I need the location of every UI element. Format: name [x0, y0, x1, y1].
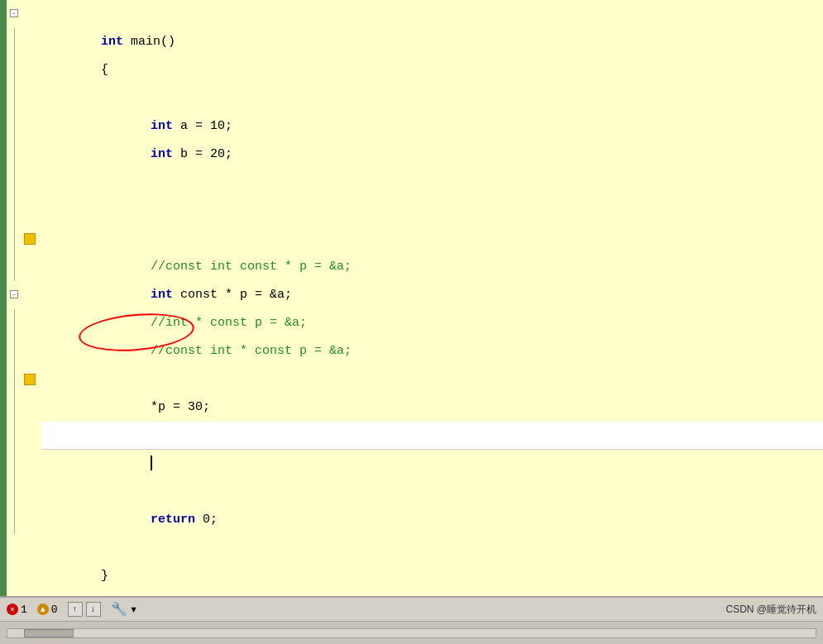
- bp-8: [22, 197, 38, 225]
- error-icon: ✕: [7, 603, 18, 615]
- fold-marker-2: [7, 28, 22, 56]
- warning-count: 0: [51, 603, 58, 616]
- bp-4: [22, 84, 38, 112]
- code-line-2[interactable]: {: [41, 28, 823, 56]
- scrollbar-thumb[interactable]: [24, 629, 74, 637]
- code-line-13[interactable]: [41, 337, 823, 365]
- bp-20: [22, 534, 38, 562]
- fold-marker-19: [7, 506, 22, 534]
- fold-marker-16: [7, 422, 22, 450]
- code-line-5[interactable]: int b = 20;: [41, 112, 823, 141]
- bp-14: [22, 365, 38, 394]
- bp-11: [22, 281, 38, 309]
- status-nav: ↑ ↓: [68, 602, 101, 617]
- code-line-4[interactable]: int a = 10;: [41, 84, 823, 112]
- bp-15: [22, 394, 38, 422]
- fold-column: - -: [7, 0, 22, 596]
- code-line-12[interactable]: //const int * const p = &a;: [41, 309, 823, 337]
- code-line-14[interactable]: *p = 30;: [41, 365, 823, 394]
- code-line-10[interactable]: int const * p = &a;: [41, 253, 823, 281]
- fold-marker-13: [7, 337, 22, 365]
- code-line-6[interactable]: [41, 141, 823, 169]
- fold-marker-8: [7, 197, 22, 225]
- bottom-bar: [0, 621, 823, 644]
- bp-7: [22, 169, 38, 197]
- code-line-20[interactable]: }: [41, 534, 823, 562]
- fold-marker-3: [7, 56, 22, 84]
- breakpoint-yellow-9: [24, 233, 36, 245]
- fold-marker-15: [7, 394, 22, 422]
- error-indicator[interactable]: ✕ 1: [7, 603, 27, 616]
- fold-marker-10: [7, 253, 22, 281]
- fold-marker-20: [7, 534, 22, 562]
- nav-down-button[interactable]: ↓: [86, 602, 101, 617]
- code-lines[interactable]: int main() { int a = 10; int b = 20;: [38, 0, 823, 596]
- bp-6: [22, 141, 38, 169]
- bp-17: [22, 450, 38, 478]
- nav-up-button[interactable]: ↑: [68, 602, 83, 617]
- bp-19: [22, 506, 38, 534]
- bp-9: [22, 225, 38, 253]
- code-container: - -: [0, 0, 823, 596]
- bp-2: [22, 28, 38, 56]
- code-line-16[interactable]: [41, 422, 823, 450]
- fold-marker-4: [7, 84, 22, 112]
- bp-10: [22, 253, 38, 281]
- code-line-18[interactable]: return 0;: [41, 478, 823, 506]
- fold-marker-1[interactable]: -: [7, 0, 22, 28]
- fold-marker-7: [7, 169, 22, 197]
- tools-group[interactable]: 🔧 ▾: [111, 601, 138, 618]
- status-bar: ✕ 1 ▲ 0 ↑ ↓ 🔧 ▾ CSDN @睡觉待开机: [0, 596, 823, 621]
- breakpoint-yellow-14: [24, 374, 36, 385]
- fold-marker-12: [7, 309, 22, 337]
- code-line-3[interactable]: [41, 56, 823, 84]
- fold-box-1[interactable]: -: [10, 9, 18, 17]
- bp-18: [22, 478, 38, 506]
- bp-5: [22, 112, 38, 141]
- breakpoint-column: [22, 0, 38, 596]
- warning-indicator[interactable]: ▲ 0: [37, 603, 58, 616]
- up-arrow-icon: ↑: [73, 605, 78, 614]
- code-line-8[interactable]: [41, 197, 823, 225]
- status-right-label: CSDN @睡觉待开机: [725, 603, 816, 617]
- bp-1: [22, 0, 38, 28]
- error-count: 1: [21, 603, 27, 616]
- code-line-1[interactable]: int main(): [41, 0, 823, 28]
- code-line-9[interactable]: //const int const * p = &a;: [41, 225, 823, 253]
- fold-marker-11[interactable]: -: [7, 281, 22, 309]
- code-text-20: }: [101, 569, 108, 583]
- fold-marker-17: [7, 450, 22, 478]
- down-arrow-icon: ↓: [91, 605, 96, 614]
- bp-12: [22, 309, 38, 337]
- warning-icon: ▲: [37, 603, 49, 615]
- code-line-17[interactable]: [41, 450, 823, 478]
- code-line-19[interactable]: [41, 506, 823, 534]
- fold-marker-18: [7, 478, 22, 506]
- horizontal-scrollbar[interactable]: [7, 628, 816, 638]
- fold-box-11[interactable]: -: [10, 290, 18, 298]
- fold-marker-6: [7, 141, 22, 169]
- editor-area: - -: [0, 0, 823, 596]
- fold-marker-14: [7, 365, 22, 394]
- code-line-15[interactable]: p = &b;: [41, 394, 823, 422]
- wrench-icon: 🔧: [111, 601, 127, 618]
- tools-dropdown-arrow[interactable]: ▾: [130, 601, 138, 618]
- bp-16: [22, 422, 38, 450]
- bp-3: [22, 56, 38, 84]
- code-line-11[interactable]: //int * const p = &a;: [41, 281, 823, 309]
- code-line-7[interactable]: [41, 169, 823, 197]
- fold-marker-5: [7, 112, 22, 141]
- bp-13: [22, 337, 38, 365]
- fold-marker-9: [7, 225, 22, 253]
- green-accent-bar: [0, 0, 7, 596]
